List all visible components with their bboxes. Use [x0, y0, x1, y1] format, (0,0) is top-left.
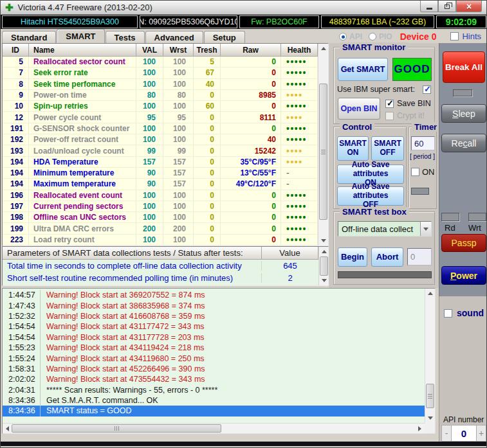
scroll-down-icon[interactable] [425, 413, 435, 423]
log-horizontal-scrollbar[interactable] [3, 423, 425, 433]
log-entry[interactable]: 2:02:02Warning! Block start at 473554432… [3, 374, 425, 384]
column-header-wrst[interactable]: Wrst [163, 44, 194, 57]
attribute-worst: 100 [163, 57, 194, 67]
autosave-on-button[interactable]: Auto Save attributes ON [337, 165, 404, 184]
smart-attribute-row[interactable]: 223Load retry count10010000••••• [3, 235, 318, 246]
crypt-checkbox[interactable] [385, 112, 394, 120]
smart-attribute-row[interactable]: 10Spin-up retries100100600••••• [3, 101, 318, 112]
tab-advanced[interactable]: Advanced [145, 31, 203, 43]
timer-on-checkbox[interactable] [411, 168, 419, 176]
smart-attribute-row[interactable]: 9Power-on time808008985•••• [3, 90, 318, 101]
attribute-name: Offline scan UNC sectors [29, 212, 136, 222]
autosave-off-button[interactable]: Auto Save attributes OFF [337, 186, 404, 206]
smart-off-button[interactable]: SMART OFF [371, 136, 404, 161]
column-header-val[interactable]: VAL [136, 44, 163, 57]
smart-attribute-row[interactable]: 5Reallocated sector count10010050••••• [3, 57, 318, 67]
scroll-up-icon[interactable] [319, 247, 329, 256]
smart-attribute-row[interactable]: 193Load/unload cycle count9999015242•••• [3, 145, 318, 156]
log-entry[interactable]: 8:34:36SMART status = GOOD [3, 406, 425, 416]
log-entry[interactable]: 1:47:43Warning! Block start at 386835968… [3, 300, 425, 310]
log-entry[interactable]: 1:44:57Warning! Block start at 369207552… [3, 290, 425, 300]
log-vertical-scrollbar[interactable] [425, 289, 435, 423]
close-button[interactable]: × [456, 1, 482, 12]
log-entry[interactable]: 1:54:54Warning! Block start at 431177472… [3, 321, 425, 332]
test-counter-input[interactable] [407, 248, 432, 265]
ibm-smart-checkbox[interactable] [423, 85, 431, 94]
hints-checkbox[interactable] [450, 32, 459, 40]
timer-period-input[interactable] [411, 136, 435, 150]
tab-tests[interactable]: Tests [106, 31, 145, 43]
column-header-tresh[interactable]: Tresh [194, 44, 221, 57]
log-entry[interactable]: 1:54:54Warning! Block start at 431177728… [3, 332, 425, 343]
scroll-up-icon[interactable] [425, 289, 435, 298]
open-bin-button[interactable]: Open BIN [338, 98, 380, 120]
scrollbar-thumb[interactable] [320, 256, 328, 276]
tab-setup[interactable]: Setup [204, 31, 245, 43]
attribute-name: Power cycle count [29, 112, 136, 122]
smart-attribute-row[interactable]: 196Reallocated event count10010000••••• [3, 190, 318, 201]
sleep-button[interactable]: Sleep [441, 104, 486, 123]
passp-button[interactable]: Passp [441, 234, 486, 252]
log-entry[interactable]: 1:55:23Warning! Block start at 434119424… [3, 343, 425, 353]
column-header-health[interactable]: Health [281, 44, 318, 57]
smart-attribute-row[interactable]: 8Seek time perfomance100100400••••• [3, 79, 318, 90]
column-header-id[interactable]: ID [3, 44, 29, 57]
attribute-name: Maximum temperature [29, 179, 136, 189]
break-all-button[interactable]: Break All [443, 51, 485, 83]
save-bin-checkbox[interactable] [385, 100, 394, 108]
pio-radio[interactable] [369, 33, 376, 40]
parameters-header: Parameters of SMART data collections tes… [3, 247, 262, 260]
scroll-down-icon[interactable] [318, 236, 328, 246]
sound-checkbox[interactable] [444, 309, 452, 318]
smart-attribute-row[interactable]: 7Seek error rate100100670••••• [3, 67, 318, 78]
abort-button[interactable]: Abort [371, 247, 403, 267]
log-entry[interactable]: 2:04:31***** Scan results: Warnings - 55… [3, 385, 425, 395]
log-entry[interactable]: 8:34:36Get S.M.A.R.T. command... OK [3, 395, 425, 406]
restore-button[interactable] [438, 1, 456, 12]
parameters-scrollbar[interactable] [318, 247, 328, 285]
minimize-button[interactable] [420, 1, 438, 12]
power-button[interactable]: Power [441, 266, 486, 285]
api-radio-label: API [349, 32, 362, 41]
smart-attribute-row[interactable]: 192Power-off retract count100100040••••• [3, 134, 318, 145]
log-timestamp: 1:55:24 [3, 354, 40, 363]
log-entry[interactable]: 1:52:32Warning! Block start at 416608768… [3, 311, 425, 321]
tab-standard[interactable]: Standard [2, 31, 56, 43]
dropdown-button[interactable] [420, 222, 431, 236]
api-radio[interactable] [339, 33, 347, 40]
smart-on-button[interactable]: SMART ON [337, 136, 369, 161]
smart-attribute-row[interactable]: 12Power cycle count959508111•••• [3, 112, 318, 123]
smart-attribute-row[interactable]: 194Maximum temperature90157049°C/120°F- [3, 179, 318, 190]
smart-attribute-row[interactable]: 198Offline scan UNC sectors10010000••••• [3, 212, 318, 223]
scrollbar-thumb[interactable] [426, 384, 434, 408]
scroll-left-icon[interactable] [3, 424, 12, 433]
smart-attribute-row[interactable]: 199Ultra DMA CRC errors20020000••••• [3, 223, 318, 234]
parameter-row[interactable]: Short self-test routine recommended poll… [3, 272, 318, 284]
smart-attribute-row[interactable]: 191G-SENSOR shock counter10010000••••• [3, 123, 318, 134]
test-type-dropdown[interactable]: Off-line data collect [338, 221, 432, 237]
scrollbar-corner [425, 423, 435, 433]
smart-attribute-row[interactable]: 197Current pending sectors10010000••••• [3, 201, 318, 212]
recall-button[interactable]: Recall [441, 134, 486, 152]
smart-table-scrollbar[interactable] [318, 44, 328, 246]
scrollbar-thumb[interactable] [12, 424, 221, 433]
scroll-down-icon[interactable] [319, 276, 329, 285]
log-entry[interactable]: 1:58:31Warning! Block start at 452266496… [3, 364, 425, 374]
smart-attribute-row[interactable]: 194Minimum temperature90157013°C/55°F- [3, 168, 318, 179]
increment-button[interactable]: + [476, 425, 486, 442]
parameter-row[interactable]: Total time in seconds to complete off-li… [3, 260, 318, 272]
tab-smart[interactable]: SMART [57, 29, 104, 43]
attribute-health: ••••• [281, 79, 318, 89]
scroll-right-icon[interactable] [415, 424, 425, 433]
scroll-up-icon[interactable] [318, 44, 328, 53]
begin-button[interactable]: Begin [338, 247, 367, 267]
column-header-name[interactable]: Name [29, 44, 136, 57]
log-entry[interactable]: 1:55:24Warning! Block start at 434119680… [3, 353, 425, 363]
decrement-button[interactable]: - [441, 425, 452, 442]
smart-attribute-row[interactable]: 194HDA Temperature157157035°C/95°F•••• [3, 157, 318, 168]
scrollbar-thumb[interactable] [319, 84, 327, 220]
get-smart-button[interactable]: Get SMART [338, 58, 388, 81]
column-header-raw[interactable]: Raw [221, 44, 281, 57]
drive-info-bar: Hitachi HTS545025B9A300 SN: 090925PB5306… [1, 15, 487, 29]
title-bar[interactable]: ✚ Victoria 4.47 Freeware (2013-02-20) × [1, 1, 487, 15]
